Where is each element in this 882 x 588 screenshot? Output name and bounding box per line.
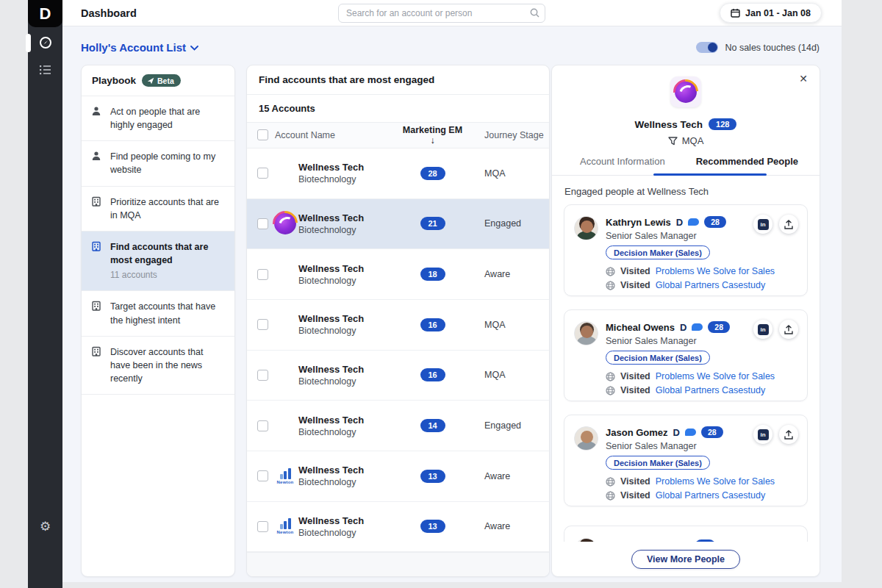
marketing-em-badge: 16 bbox=[420, 318, 445, 331]
row-checkbox[interactable] bbox=[257, 521, 268, 532]
globe-icon bbox=[606, 491, 615, 501]
search-input[interactable] bbox=[338, 4, 545, 23]
account-logo-slot: Newton bbox=[273, 465, 297, 488]
linkedin-button[interactable]: in bbox=[753, 425, 772, 444]
marketing-em-badge: 18 bbox=[420, 268, 445, 281]
sales-touches-toggle-row: No sales touches (14d) bbox=[696, 42, 820, 53]
sort-desc-icon: ↓ bbox=[430, 135, 434, 146]
playbook-item-highest-intent[interactable]: Target accounts that have the highest in… bbox=[82, 291, 234, 336]
playbook-item-people-website[interactable]: Find people coming to my website bbox=[82, 141, 234, 186]
export-button[interactable] bbox=[779, 425, 798, 444]
playbook-item-most-engaged[interactable]: Find accounts that are most engaged 11 a… bbox=[82, 232, 234, 292]
account-industry: Biotechnology bbox=[298, 174, 401, 184]
person-card: in Micheal Owens D 28 Senior Sales Manag… bbox=[564, 309, 808, 401]
export-button[interactable] bbox=[779, 320, 798, 339]
table-row[interactable]: Wellness TechBiotechnology 18 Aware bbox=[247, 249, 549, 300]
playbook-item-news-recently[interactable]: Discover accounts that have been in the … bbox=[82, 337, 234, 395]
view-more-people-button[interactable]: View More People bbox=[631, 550, 740, 569]
funnel-icon bbox=[668, 137, 678, 146]
tab-account-information[interactable]: Account Information bbox=[580, 156, 665, 167]
table-row[interactable]: Newton Wellness TechBiotechnology 13 Awa… bbox=[247, 451, 549, 502]
column-marketing-em[interactable]: Marketing EM ↓ bbox=[401, 125, 464, 146]
row-checkbox[interactable] bbox=[257, 370, 268, 381]
account-logo-slot bbox=[273, 313, 297, 337]
journey-stage: MQA bbox=[464, 168, 549, 179]
table-row-selected[interactable]: Wellness TechBiotechnology 21 Engaged bbox=[247, 199, 549, 250]
building-icon bbox=[91, 300, 103, 326]
playbook-item-body: Find accounts that are most engaged 11 a… bbox=[110, 240, 225, 282]
export-icon bbox=[784, 325, 793, 334]
demandbase-icon: D bbox=[673, 427, 680, 438]
sales-touches-toggle[interactable] bbox=[696, 42, 718, 53]
building-icon bbox=[91, 345, 103, 385]
search-icon bbox=[530, 8, 539, 18]
journey-stage: MQA bbox=[464, 320, 549, 330]
role-badge: Decision Maker (Sales) bbox=[606, 456, 710, 470]
account-name: Wellness Tech bbox=[298, 263, 401, 274]
account-logo-slot bbox=[273, 162, 297, 185]
table-row[interactable]: Wellness TechBiotechnology 14 Engaged bbox=[247, 401, 549, 451]
account-logo-slot bbox=[273, 262, 297, 286]
row-checkbox[interactable] bbox=[257, 420, 268, 431]
journey-stage: Engaged bbox=[464, 420, 549, 431]
active-tab-underline bbox=[653, 173, 767, 176]
marketing-em-badge: 14 bbox=[420, 419, 445, 432]
journey-stage: MQA bbox=[464, 370, 549, 380]
account-name: Wellness Tech bbox=[298, 465, 401, 476]
globe-icon bbox=[606, 267, 615, 276]
row-checkbox[interactable] bbox=[257, 218, 268, 229]
row-checkbox[interactable] bbox=[257, 470, 268, 481]
playbook-item-prioritize-mqa[interactable]: Prioritize accounts that are in MQA bbox=[82, 187, 234, 232]
table-row[interactable]: Wellness TechBiotechnology 28 MQA bbox=[247, 148, 549, 199]
visit-action: Visited bbox=[620, 266, 650, 276]
export-button[interactable] bbox=[779, 215, 798, 234]
toggle-knob bbox=[708, 43, 717, 52]
account-industry: Biotechnology bbox=[298, 477, 401, 487]
account-list-selector[interactable]: Holly's Account List bbox=[81, 41, 198, 54]
date-range-button[interactable]: Jan 01 - Jan 08 bbox=[720, 3, 822, 23]
person-icon bbox=[91, 150, 103, 176]
journey-stage: Aware bbox=[464, 521, 549, 531]
person-icon bbox=[91, 105, 103, 132]
table-row[interactable]: Wellness TechBiotechnology 16 MQA bbox=[247, 300, 549, 351]
marketing-em-badge: 13 bbox=[420, 520, 445, 533]
select-all-checkbox[interactable] bbox=[257, 129, 268, 140]
visited-page-link[interactable]: Problems We Solve for Sales bbox=[656, 476, 775, 487]
nav-dashboard[interactable] bbox=[28, 36, 62, 49]
person-card: in Kathryn Lewis D 28 Senior Sales Manag… bbox=[564, 204, 808, 296]
person-name[interactable]: Jason Gomez bbox=[606, 427, 668, 438]
person-score-badge: 28 bbox=[704, 216, 726, 228]
avatar bbox=[574, 321, 598, 345]
tab-recommended-people[interactable]: Recommended People bbox=[696, 156, 798, 167]
person-name[interactable]: Kathryn Lewis bbox=[606, 217, 671, 228]
visited-page-link[interactable]: Global Partners Casestudy bbox=[656, 280, 765, 290]
nav-lists[interactable] bbox=[28, 65, 62, 75]
date-range-label: Jan 01 - Jan 08 bbox=[745, 8, 811, 18]
linkedin-button[interactable]: in bbox=[753, 320, 772, 339]
column-account-name[interactable]: Account Name bbox=[273, 130, 401, 140]
row-checkbox[interactable] bbox=[257, 168, 268, 179]
playbook-item-highly-engaged[interactable]: Act on people that are highly engaged bbox=[82, 96, 234, 141]
list-icon bbox=[40, 65, 51, 75]
linkedin-button[interactable]: in bbox=[753, 215, 772, 234]
column-journey-stage[interactable]: Journey Stage bbox=[464, 130, 549, 140]
visited-page-link[interactable]: Problems We Solve for Sales bbox=[656, 266, 775, 276]
visited-page-link[interactable]: Problems We Solve for Sales bbox=[656, 371, 775, 381]
visited-page-link[interactable]: Global Partners Casestudy bbox=[656, 490, 765, 501]
person-name[interactable]: Micheal Owens bbox=[606, 322, 675, 333]
table-row[interactable]: Wellness TechBiotechnology 16 MQA bbox=[247, 351, 549, 401]
close-icon[interactable]: ✕ bbox=[799, 73, 808, 85]
app-logo[interactable]: D bbox=[28, 0, 62, 27]
table-row[interactable]: Newton Wellness TechBiotechnology 13 Awa… bbox=[247, 502, 549, 553]
visited-page-link[interactable]: Global Partners Casestudy bbox=[656, 385, 765, 395]
row-checkbox[interactable] bbox=[257, 269, 268, 280]
calendar-icon bbox=[731, 8, 740, 18]
avatar bbox=[574, 426, 598, 451]
toggle-label: No sales touches (14d) bbox=[725, 43, 820, 53]
panel-header: Wellness Tech 128 MQA Account Informatio… bbox=[552, 65, 820, 176]
account-name: Wellness Tech bbox=[298, 212, 401, 223]
row-checkbox[interactable] bbox=[257, 319, 268, 330]
beta-label: Beta bbox=[157, 76, 174, 85]
nav-settings[interactable]: ⚙ bbox=[28, 520, 62, 533]
person-card: in Jason Gomez D 28 Senior Sales Manager… bbox=[564, 415, 808, 506]
